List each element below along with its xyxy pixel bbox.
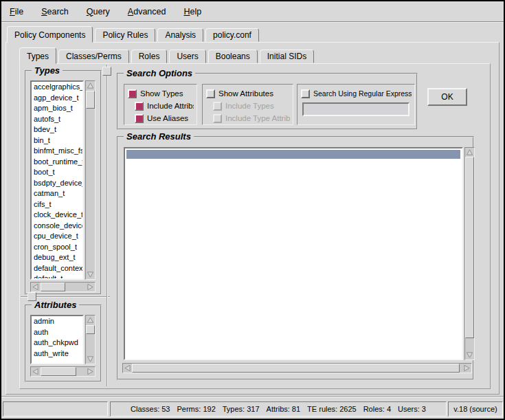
menu-search[interactable]: Search xyxy=(41,7,69,16)
scroll-left-arrow[interactable] xyxy=(31,283,40,291)
scroll-thumb[interactable] xyxy=(132,364,460,373)
scroll-track[interactable] xyxy=(40,367,86,376)
scroll-up-arrow[interactable] xyxy=(86,316,95,324)
scroll-up-arrow[interactable] xyxy=(465,148,474,157)
scroll-up-arrow[interactable] xyxy=(86,81,95,90)
checkbox-label: Include Type Attribs xyxy=(225,114,290,122)
scroll-thumb[interactable] xyxy=(86,91,95,109)
types-list-item[interactable]: boot_runtime_t xyxy=(32,157,82,168)
types-list-item[interactable]: console_device_ xyxy=(32,221,82,232)
scroll-thumb[interactable] xyxy=(86,325,95,334)
types-list-item[interactable]: bdev_t xyxy=(32,124,82,135)
scroll-down-arrow[interactable] xyxy=(86,355,95,364)
scroll-down-arrow[interactable] xyxy=(86,270,95,279)
status-counts-panel: Classes: 53 Perms: 192 Types: 317 Attrib… xyxy=(110,401,447,417)
tab-types[interactable]: Types xyxy=(19,47,56,64)
types-list-item[interactable]: bsdpty_device_ xyxy=(32,178,82,189)
checkbox-indicator[interactable] xyxy=(301,89,310,98)
attributes-list-item[interactable]: auth_chkpwd xyxy=(32,338,82,349)
types-list-item[interactable]: bin_t xyxy=(32,135,82,146)
scroll-down-arrow[interactable] xyxy=(465,351,474,360)
checkbox-show-types[interactable]: Show Types xyxy=(128,87,194,100)
results-horizontal-scrollbar[interactable] xyxy=(122,363,472,373)
menu-help[interactable]: Help xyxy=(183,7,201,16)
attributes-listbox[interactable]: admin auth auth_chkpwd auth_write xyxy=(30,315,84,364)
vertical-sash[interactable] xyxy=(106,65,108,386)
menu-bar: File Search Query Advanced Help xyxy=(1,1,504,22)
attributes-horizontal-scrollbar[interactable] xyxy=(30,366,96,377)
scroll-thumb[interactable] xyxy=(41,367,76,376)
count-te-rules: TE rules: 2625 xyxy=(307,405,357,413)
scroll-track[interactable] xyxy=(86,324,95,355)
types-list-item[interactable]: catman_t xyxy=(32,188,82,199)
scroll-right-arrow[interactable] xyxy=(86,283,95,291)
checkbox-indicator xyxy=(213,114,222,123)
scroll-thumb[interactable] xyxy=(465,157,474,338)
checkbox-show-attributes[interactable]: Show Attributes xyxy=(206,87,290,100)
attributes-list-item[interactable] xyxy=(32,359,82,364)
results-vertical-scrollbar[interactable] xyxy=(464,147,475,360)
status-left-panel xyxy=(3,401,108,417)
ok-button[interactable]: OK xyxy=(427,88,467,106)
tab-booleans[interactable]: Booleans xyxy=(208,49,258,63)
tab-policy-components[interactable]: Policy Components xyxy=(7,26,93,43)
types-list-item[interactable]: clock_device_t xyxy=(32,210,82,221)
types-list-item[interactable]: binfmt_misc_fs xyxy=(32,146,82,157)
checkbox-include-attribs[interactable]: Include Attribs xyxy=(128,100,194,112)
checkbox-use-aliases[interactable]: Use Aliases xyxy=(128,112,194,124)
types-list-item[interactable]: accelgraphics_e xyxy=(32,82,82,93)
tab-initial-sids[interactable]: Initial SIDs xyxy=(260,49,314,63)
tab-classes-perms[interactable]: Classes/Perms xyxy=(58,49,129,63)
regex-entry[interactable] xyxy=(302,102,409,116)
scroll-track[interactable] xyxy=(86,90,95,270)
types-groupbox-title: Types xyxy=(32,65,63,76)
scroll-track[interactable] xyxy=(465,157,474,351)
types-list-item[interactable]: agp_device_t xyxy=(32,93,82,104)
menu-advanced[interactable]: Advanced xyxy=(128,7,166,16)
up-arrow-icon xyxy=(87,316,94,324)
types-list-item[interactable]: cpu_device_t xyxy=(32,231,82,242)
tab-policy-rules[interactable]: Policy Rules xyxy=(95,28,155,42)
types-list-item[interactable]: debug_ext_t xyxy=(32,252,82,263)
attributes-list-item[interactable]: auth xyxy=(32,327,82,338)
horizontal-sash-handle[interactable] xyxy=(27,292,36,301)
types-list-item[interactable]: default_context xyxy=(32,263,82,274)
scroll-left-arrow[interactable] xyxy=(123,364,132,373)
types-vertical-scrollbar[interactable] xyxy=(85,80,96,280)
tab-analysis[interactable]: Analysis xyxy=(157,28,203,42)
types-horizontal-scrollbar[interactable] xyxy=(30,282,96,292)
vertical-sash-handle[interactable] xyxy=(102,67,111,76)
scroll-right-arrow[interactable] xyxy=(86,367,95,376)
menu-file[interactable]: File xyxy=(10,7,23,16)
types-list-item[interactable]: boot_t xyxy=(32,167,82,178)
types-list-item[interactable]: default_t xyxy=(32,274,82,280)
scroll-right-arrow[interactable] xyxy=(462,364,471,373)
count-roles: Roles: 4 xyxy=(363,405,391,413)
types-list-item[interactable]: autofs_t xyxy=(32,114,82,125)
scroll-track[interactable] xyxy=(40,283,86,291)
attributes-list-item[interactable]: admin xyxy=(32,316,82,327)
scroll-thumb[interactable] xyxy=(41,283,65,291)
scroll-left-arrow[interactable] xyxy=(31,367,40,376)
right-arrow-icon xyxy=(87,283,94,291)
attributes-list-item[interactable]: auth_write xyxy=(32,349,82,360)
checkbox-indicator[interactable] xyxy=(128,89,137,98)
menu-query[interactable]: Query xyxy=(87,7,110,16)
attributes-vertical-scrollbar[interactable] xyxy=(85,315,96,364)
checkbox-indicator[interactable] xyxy=(135,114,144,123)
types-list-item[interactable]: cifs_t xyxy=(32,199,82,210)
checkbox-include-types: Include Types xyxy=(206,100,290,112)
tab-roles[interactable]: Roles xyxy=(131,49,168,63)
tab-users[interactable]: Users xyxy=(169,49,205,63)
tab-policy-conf[interactable]: policy.conf xyxy=(205,28,259,42)
checkbox-indicator[interactable] xyxy=(135,102,144,111)
types-list-item[interactable]: cron_spool_t xyxy=(32,242,82,253)
types-list-item[interactable]: apm_bios_t xyxy=(32,103,82,114)
checkbox-search-regex[interactable]: Search Using Regular Expression xyxy=(301,87,412,100)
checkbox-indicator[interactable] xyxy=(206,89,215,98)
down-arrow-icon xyxy=(87,355,94,363)
types-listbox[interactable]: accelgraphics_e agp_device_t apm_bios_t … xyxy=(30,80,84,280)
checkbox-include-type-attribs: Include Type Attribs xyxy=(206,112,290,124)
scroll-track[interactable] xyxy=(132,364,462,373)
search-results-textarea[interactable] xyxy=(124,147,463,360)
